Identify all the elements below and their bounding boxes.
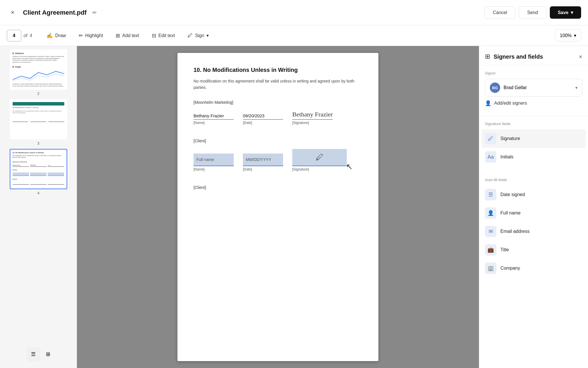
- add-signers-label: Add/edit signers: [494, 101, 527, 106]
- thumbnail-4-label: 4: [37, 191, 39, 195]
- company-field-item[interactable]: 🏢 Company: [485, 259, 582, 277]
- grid-view-button[interactable]: ⊞: [46, 347, 50, 361]
- name-label-1: [Name]: [194, 121, 234, 125]
- list-view-button[interactable]: ☰: [26, 347, 40, 361]
- signature-fields-section: Signature fields 🖊 Signature Aa Initials: [479, 116, 588, 172]
- full-name-input[interactable]: Full name: [194, 154, 234, 166]
- main-toolbar: × Client Agreement.pdf ✏ Cancel Send Sav…: [0, 0, 588, 25]
- signer-name: Brad Gellar: [504, 85, 572, 90]
- page-separator: of: [24, 33, 27, 38]
- edit-text-label: Edit text: [158, 33, 175, 38]
- date-signed-icon: ☰: [485, 189, 496, 200]
- add-edit-signers-button[interactable]: 👤 Add/edit signers: [485, 97, 582, 110]
- zoom-control[interactable]: 100% ▾: [555, 30, 581, 41]
- section-body: No modification on this agreement shall …: [194, 78, 362, 91]
- name-label-2: [Name]: [194, 167, 234, 171]
- pdf-page: 10. No Modifications Unless in Writing N…: [177, 53, 378, 361]
- date-label-1: [Date]: [243, 121, 283, 125]
- add-signers-icon: 👤: [485, 100, 491, 106]
- sign-dropdown-icon: ▾: [206, 33, 209, 38]
- close-button[interactable]: ×: [7, 7, 18, 18]
- signer-section-label: Signer: [485, 71, 582, 75]
- auto-fill-section: Auto-fill fields ☰ Date signed 👤 Full na…: [479, 172, 588, 283]
- full-name-icon: 👤: [485, 207, 496, 219]
- page-number-input[interactable]: [7, 30, 21, 41]
- zoom-level: 100%: [560, 33, 572, 38]
- bethany-name-value: Bethany Frazier: [194, 110, 234, 120]
- client2-sig-block: [Client]: [194, 185, 362, 190]
- bethany-sig-value: Bethany Frazier: [292, 110, 333, 120]
- add-text-icon: ⊞: [116, 32, 120, 39]
- title-field-item[interactable]: 💼 Title: [485, 241, 582, 259]
- right-panel: ⊞ Signers and fields × Signer BG Brad Ge…: [479, 46, 588, 368]
- sign-tool-button[interactable]: 🖊 Sign ▾: [182, 30, 214, 41]
- sig-fields-label: Signature fields: [485, 122, 582, 126]
- email-label: Email address: [500, 229, 529, 234]
- page-total: 4: [30, 33, 32, 38]
- toolbar-left: × Client Agreement.pdf ✏: [7, 7, 480, 18]
- company-icon: 🏢: [485, 262, 496, 274]
- client-sig-field[interactable]: 🖊 ↖ [Signature]: [292, 149, 347, 171]
- tools-toolbar: of 4 ✍ Draw ✏ Highlight ⊞ Add text ⊟ Edi…: [0, 25, 588, 46]
- highlight-tool-button[interactable]: ✏ Highlight: [74, 30, 108, 42]
- signer-dropdown[interactable]: BG Brad Gellar ▾: [485, 79, 582, 97]
- signature-pen-icon: 🖊: [316, 152, 324, 162]
- thumbnail-page-2[interactable]: B. Statistics Statistics is the study an…: [3, 49, 73, 96]
- thumbnail-3-label: 3: [37, 141, 39, 145]
- bethany-date-field: 09/20/2023 [Date]: [243, 110, 283, 125]
- cursor-indicator: ↖: [346, 162, 353, 171]
- bethany-date-value: 09/20/2023: [243, 110, 283, 120]
- date-label-2: [Date]: [243, 167, 283, 171]
- client-name-field[interactable]: Full name [Name]: [194, 154, 234, 171]
- thumbnail-panel: B. Statistics Statistics is the study an…: [0, 46, 77, 368]
- client-date-field[interactable]: MM/DD/YYYY [Date]: [243, 154, 283, 171]
- thumbnail-page-4[interactable]: 10. No Modifications Unless in Writing N…: [3, 149, 73, 195]
- add-text-tool-button[interactable]: ⊞ Add text: [111, 30, 144, 42]
- section-title: 10. No Modifications Unless in Writing: [194, 67, 362, 73]
- email-icon: ✉: [485, 226, 496, 237]
- panel-header: ⊞ Signers and fields ×: [479, 46, 588, 65]
- client-label: [Client]: [194, 139, 362, 143]
- moonhelm-sig-block: [Moonhelm Marketing] Bethany Frazier [Na…: [194, 100, 362, 125]
- date-signed-field-item[interactable]: ☰ Date signed: [485, 185, 582, 204]
- edit-title-button[interactable]: ✏: [91, 8, 98, 17]
- full-name-field-item[interactable]: 👤 Full name: [485, 204, 582, 222]
- thumbnail-2-image: B. Statistics Statistics is the study an…: [10, 49, 67, 90]
- signer-avatar: BG: [490, 83, 500, 93]
- email-field-item[interactable]: ✉ Email address: [485, 222, 582, 241]
- date-input[interactable]: MM/DD/YYYY: [243, 154, 283, 166]
- thumbnail-page-3[interactable]: No Modifications Unless in Writing No mo…: [3, 99, 73, 145]
- cancel-button[interactable]: Cancel: [484, 6, 515, 19]
- full-name-label: Full name: [500, 210, 521, 216]
- zoom-dropdown-icon: ▾: [574, 33, 576, 38]
- sig-label-2: [Signature]: [292, 167, 347, 171]
- initials-field-label: Initials: [500, 154, 513, 160]
- add-text-label: Add text: [122, 33, 139, 38]
- pdf-viewer: 10. No Modifications Unless in Writing N…: [77, 46, 479, 368]
- panel-title: Signers and fields: [494, 53, 575, 60]
- panel-close-button[interactable]: ×: [579, 53, 582, 60]
- signer-section: Signer BG Brad Gellar ▾ 👤 Add/edit signe…: [479, 65, 588, 116]
- sign-icon: 🖊: [187, 32, 193, 39]
- initials-field-item[interactable]: Aa Initials: [485, 148, 582, 166]
- doc-title: Client Agreement.pdf: [23, 9, 87, 16]
- client-sig-block: [Client] Full name [Name] MM/DD/YYYY [Da…: [194, 139, 362, 171]
- draw-icon: ✍: [47, 32, 53, 39]
- signature-field-item[interactable]: 🖊 Signature: [481, 129, 586, 148]
- signature-field-label: Signature: [500, 136, 520, 141]
- signature-input[interactable]: 🖊 ↖: [292, 149, 347, 166]
- moonhelm-label: [Moonhelm Marketing]: [194, 100, 362, 105]
- panel-header-icon: ⊞: [485, 53, 490, 60]
- thumbnail-3-image: No Modifications Unless in Writing No mo…: [10, 99, 67, 139]
- bethany-sig-field: Bethany Frazier [Signature]: [292, 110, 333, 125]
- edit-text-tool-button[interactable]: ⊟ Edit text: [147, 30, 180, 42]
- client2-label: [Client]: [194, 185, 362, 190]
- save-arrow-icon: ▾: [571, 10, 573, 15]
- company-label: Company: [500, 266, 520, 271]
- date-signed-label: Date signed: [500, 192, 525, 197]
- auto-fill-label: Auto-fill fields: [485, 178, 582, 182]
- title-icon: 💼: [485, 244, 496, 256]
- send-button[interactable]: Send: [519, 6, 546, 19]
- draw-tool-button[interactable]: ✍ Draw: [41, 30, 71, 42]
- save-button[interactable]: Save ▾: [550, 6, 581, 19]
